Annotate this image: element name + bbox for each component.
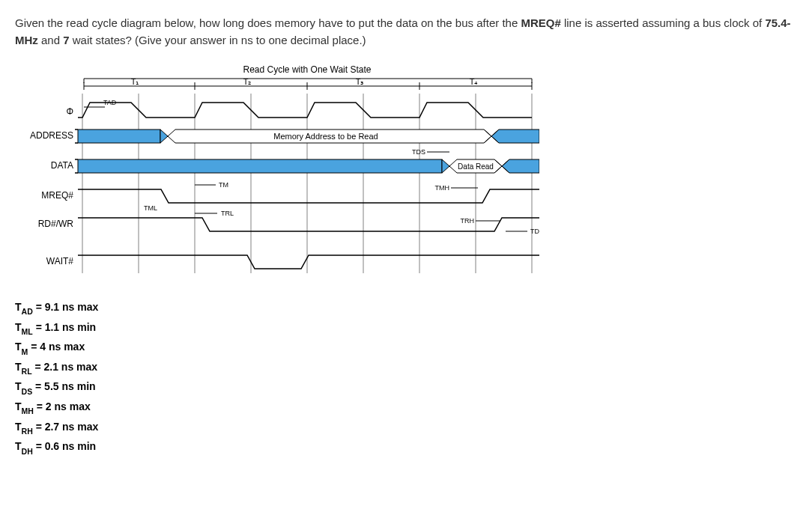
param-tdh: TDH = 0.6 ns min: [15, 438, 797, 457]
wait-label: WAIT#: [46, 256, 74, 266]
diagram-title: Read Cycle with One Wait State: [243, 64, 372, 75]
svg-text:TML: TML: [144, 204, 157, 212]
timing-parameters: TAD = 9.1 ns max TML = 1.1 ns min TM = 4…: [15, 299, 797, 457]
period-labels: T₁ T₂ T₃ T₄: [84, 77, 532, 90]
q-mid: line is asserted assuming a bus clock of: [561, 16, 766, 29]
param-tmh: TMH = 2 ns max: [15, 398, 797, 417]
svg-rect-28: [78, 159, 442, 173]
param-tml: TML = 1.1 ns min: [15, 319, 797, 338]
q-prefix: Given the read cycle diagram below, how …: [15, 16, 521, 29]
t4-label: T₄: [470, 77, 479, 86]
data-read-text: Data Read: [458, 162, 494, 171]
phi-label: Φ: [66, 106, 73, 117]
svg-text:TDH: TDH: [530, 228, 539, 235]
param-tds: TDS = 5.5 ns min: [15, 378, 797, 397]
signal-labels: Φ ADDRESS DATA MREQ# RD#/WR WAIT#: [30, 106, 73, 266]
wait-wave: [78, 255, 539, 269]
mreq-label: MREQ#: [41, 190, 73, 201]
data-label: DATA: [51, 160, 73, 171]
rdwr-label: RD#/WR: [38, 219, 74, 229]
t3-label: T₃: [356, 77, 364, 86]
left-stubs: [75, 129, 78, 173]
timing-svg: Read Cycle with One Wait State T₁ T₂ T₃ …: [15, 64, 539, 281]
q-suffix: wait states? (Give your answer in ns to …: [70, 34, 366, 46]
svg-text:TM: TM: [219, 181, 228, 189]
timing-diagram: Read Cycle with One Wait State T₁ T₂ T₃ …: [15, 64, 797, 281]
q-waits: 7: [63, 34, 69, 46]
mem-addr-text: Memory Address to be Read: [273, 132, 378, 141]
param-tm: TM = 4 ns max: [15, 338, 797, 357]
mreq-annots: TML TM TMH: [144, 181, 478, 212]
grid-lines: [82, 94, 532, 273]
t2-label: T₂: [243, 77, 252, 86]
svg-marker-29: [442, 159, 449, 173]
mreq-wave: [78, 189, 539, 203]
param-tad: TAD = 9.1 ns max: [15, 299, 797, 317]
t1-label: T₁: [131, 77, 139, 86]
question-text: Given the read cycle diagram below, how …: [15, 15, 797, 49]
address-label: ADDRESS: [30, 130, 73, 141]
param-trh: TRH = 2.7 ns max: [15, 418, 797, 437]
svg-marker-23: [160, 129, 168, 143]
tds-annot: TDS: [412, 148, 425, 156]
svg-marker-25: [491, 129, 539, 143]
q-and: and: [38, 34, 63, 46]
param-trl: TRL = 2.1 ns max: [15, 359, 797, 377]
address-bus: Memory Address to be Read: [78, 129, 539, 143]
data-bus: Data Read TDS: [78, 148, 539, 173]
svg-rect-22: [78, 129, 160, 143]
svg-text:TAD: TAD: [103, 99, 117, 106]
svg-text:TMH: TMH: [435, 184, 450, 192]
phi-wave: [78, 103, 532, 118]
q-signal: MREQ#: [521, 16, 560, 29]
svg-text:TRH: TRH: [461, 217, 475, 225]
svg-text:TRL: TRL: [221, 210, 234, 217]
